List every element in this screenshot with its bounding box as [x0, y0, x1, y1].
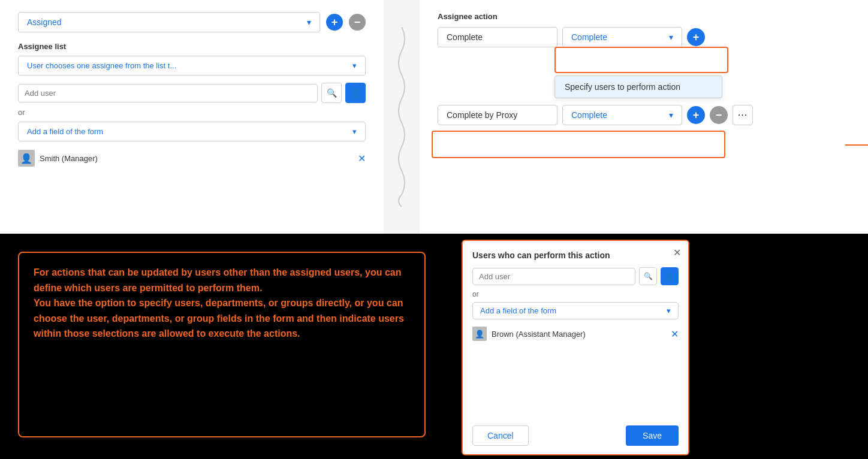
chevron-down-icon: ▾: [352, 61, 357, 70]
users-search-button[interactable]: 🔍: [639, 267, 657, 285]
user-icon: 👤: [349, 87, 361, 99]
remove-user-button[interactable]: ✕: [671, 328, 679, 340]
user-name: Smith (Manager): [40, 154, 353, 163]
remove-action-button-2[interactable]: −: [710, 106, 728, 124]
user-icon-button[interactable]: 👤: [345, 83, 366, 103]
users-add-input[interactable]: [472, 268, 635, 285]
bottom-section: For actions that can be updated by users…: [0, 234, 868, 459]
action-cell-complete: Complete: [438, 27, 557, 47]
connector-line: [845, 144, 868, 146]
add-user-row: 🔍 👤: [18, 83, 366, 103]
more-icon: ···: [738, 110, 748, 120]
action-dropdown-complete[interactable]: Complete ▾: [562, 27, 682, 47]
assignee-list-dropdown[interactable]: User chooses one assignee from the list …: [18, 56, 366, 76]
save-button[interactable]: Save: [626, 425, 679, 446]
avatar: 👤: [472, 327, 487, 341]
cancel-button[interactable]: Cancel: [472, 425, 529, 446]
search-icon: 🔍: [327, 88, 337, 98]
action-dropdown-proxy[interactable]: Complete ▾: [562, 105, 682, 125]
users-panel-footer: Cancel Save: [472, 425, 679, 446]
chevron-down-icon: ▾: [352, 127, 357, 136]
add-action-button-2[interactable]: +: [687, 106, 705, 124]
users-or-text: or: [472, 290, 679, 298]
action-row-1: Complete Complete ▾ +: [438, 27, 850, 47]
close-users-panel-button[interactable]: ✕: [673, 247, 681, 258]
search-icon: 🔍: [644, 272, 653, 280]
avatar: 👤: [18, 150, 35, 167]
or-text: or: [18, 108, 366, 117]
add-user-input[interactable]: [18, 84, 318, 102]
chevron-down-icon: ▾: [307, 17, 311, 27]
divider: [384, 0, 420, 234]
more-options-button[interactable]: ···: [733, 105, 753, 125]
remove-user-button[interactable]: ✕: [358, 153, 366, 164]
left-panel: Assigned ▾ + − Assignee list User choose…: [0, 0, 384, 234]
user-icon: 👤: [665, 272, 674, 281]
users-panel-user-item: 👤 Brown (Assistant Manager) ✕: [472, 324, 679, 343]
users-user-icon-button[interactable]: 👤: [661, 267, 679, 285]
add-field-dropdown[interactable]: Add a field of the form ▾: [18, 122, 366, 141]
remove-assigned-button[interactable]: −: [349, 14, 366, 31]
action-cell-proxy: Complete by Proxy: [438, 105, 557, 125]
highlight-row1: [554, 47, 728, 73]
chevron-down-icon: ▾: [669, 32, 673, 42]
highlight-row2: [432, 131, 725, 158]
users-add-row: 🔍 👤: [472, 267, 679, 285]
search-button[interactable]: 🔍: [321, 83, 342, 103]
explanation-box: For actions that can be updated by users…: [18, 252, 426, 437]
users-panel: Users who can perform this action ✕ 🔍 👤 …: [462, 240, 689, 455]
assigned-dropdown[interactable]: Assigned ▾: [18, 12, 320, 32]
users-field-dropdown[interactable]: Add a field of the form ▾: [472, 302, 679, 319]
right-panel: Assignee action Complete Complete ▾ + Sp…: [420, 0, 868, 234]
assigned-row: Assigned ▾ + −: [18, 12, 366, 32]
add-action-button-1[interactable]: +: [687, 28, 705, 46]
action-row-2: Complete by Proxy Complete ▾ + − ···: [438, 105, 850, 125]
assignee-action-label: Assignee action: [438, 12, 850, 21]
chevron-down-icon: ▾: [667, 306, 671, 315]
user-item: 👤 Smith (Manager) ✕: [18, 147, 366, 169]
assignee-list-label: Assignee list: [18, 42, 366, 51]
explanation-text: For actions that can be updated by users…: [34, 267, 404, 339]
users-panel-title: Users who can perform this action: [472, 250, 679, 260]
user-name: Brown (Assistant Manager): [492, 330, 666, 339]
add-assigned-button[interactable]: +: [326, 14, 343, 31]
specify-users-dropdown[interactable]: Specify users to perform action: [554, 76, 722, 98]
chevron-down-icon: ▾: [669, 110, 673, 120]
